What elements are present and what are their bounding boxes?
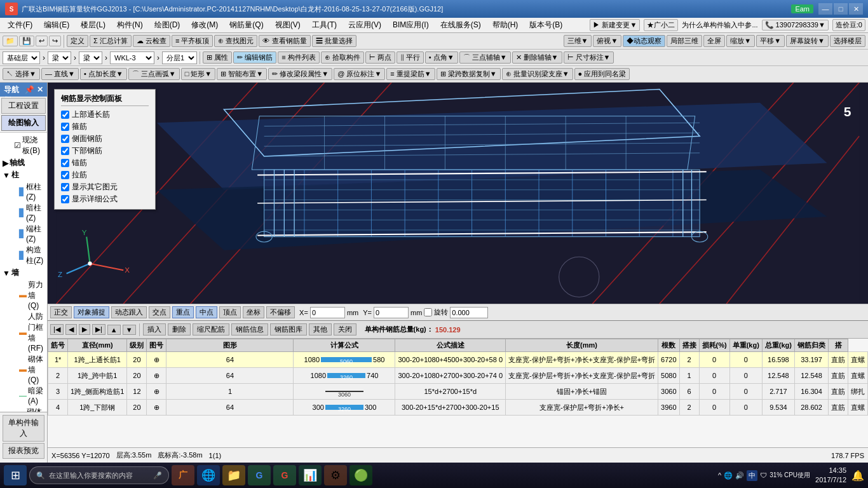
checkbox-show-others[interactable]: 显示其它图元 [61, 181, 149, 193]
sidebar-item-masonry-wall[interactable]: ▬ 砌体墙(Q) [1, 353, 46, 385]
pan-btn[interactable]: 平移▼ [756, 35, 785, 47]
dim-btn[interactable]: ⊢ 尺寸标注▼ [564, 51, 614, 64]
volume-icon[interactable]: 🔊 [735, 471, 744, 480]
report-preview-btn[interactable]: 报表预览 [3, 443, 44, 459]
sidebar-item-dark-beam[interactable]: — 暗梁(A) [1, 385, 46, 406]
taskbar-app-chrome-1[interactable]: G [248, 465, 271, 485]
table-row[interactable]: 4 1跨_下部钢 20 ⊕ 64 300 [48, 400, 868, 416]
re-extract-btn[interactable]: ≡ 重提梁筋▼ [386, 68, 435, 80]
property-btn[interactable]: ⊞ 属性 [203, 51, 232, 64]
canvas-area[interactable]: 5 X Y Z [48, 83, 868, 304]
type-select[interactable]: 梁 [48, 51, 71, 64]
rebar-table-container[interactable]: 筋号 直径(mm) 级别 图号 图形 计算公式 公式描述 长度(mm) 根数 搭… [48, 339, 868, 448]
sidebar-item-frame-col[interactable]: ▊ 框柱(Z) [1, 181, 46, 202]
coord-btn[interactable]: 坐标 [243, 306, 264, 318]
antivirus-icon[interactable]: 🛡 [760, 471, 767, 479]
calc-btn[interactable]: Σ 汇总计算 [90, 35, 132, 47]
parallel-btn[interactable]: ∥ 平行 [397, 51, 424, 64]
sidebar-item-hidden-col[interactable]: ▊ 暗柱(Z) [1, 202, 46, 223]
find-elem-btn[interactable]: ⊕ 查找图元 [214, 35, 257, 47]
object-snap-btn[interactable]: 对象捕捉 [74, 306, 109, 318]
y-input[interactable] [374, 307, 409, 318]
three-point-axis-btn[interactable]: ⌒ 三点辅轴▼ [459, 51, 511, 64]
screen-rotate-btn[interactable]: 屏幕旋转▼ [786, 35, 829, 47]
sidebar-item-masonry-rebar[interactable]: ⊞ 砌体加筋(Y) [1, 406, 46, 412]
select-floor-btn[interactable]: 选择楼层 [830, 35, 865, 47]
other-btn[interactable]: 其他 [309, 323, 332, 336]
menu-file[interactable]: 文件(F) [3, 18, 37, 32]
span-copy-btn[interactable]: ⊞ 梁跨数据复制▼ [437, 68, 501, 80]
inplace-mark-btn[interactable]: @ 原位标注▼ [334, 68, 385, 80]
menu-view[interactable]: 视图(V) [270, 18, 306, 32]
cost-button[interactable]: 造价豆:0 [832, 19, 865, 31]
nav-first-btn[interactable]: |◀ [50, 324, 64, 335]
sidebar-item-cast-board[interactable]: ☑ 现浇板(B) [1, 134, 46, 157]
batch-select-btn[interactable]: ☰ 批量选择 [312, 35, 356, 47]
nav-up-btn[interactable]: ▲ [107, 325, 121, 335]
sidebar-item-end-col[interactable]: ▊ 端柱(Z) [1, 223, 46, 244]
delete-btn[interactable]: 删除 [168, 323, 191, 336]
table-row[interactable]: 3 1跨_侧面构造筋1 12 ⊕ 1 3060 [48, 384, 868, 400]
checkbox-tie-rebar[interactable]: 拉筋 [61, 169, 149, 181]
taskbar-app-glodon[interactable]: 广 [172, 465, 194, 485]
tray-arrow[interactable]: ^ [718, 471, 721, 479]
taskbar-app-glodon2[interactable]: ⚙ [324, 465, 347, 485]
two-point-btn[interactable]: ⊢ 两点 [365, 51, 395, 64]
intersection-btn[interactable]: 交点 [149, 306, 170, 318]
taskbar-app-chrome-2[interactable]: G [273, 465, 296, 485]
checkbox-side-rebar[interactable]: 侧面钢筋 [61, 133, 149, 145]
select-btn[interactable]: ↖ 选择▼ [3, 68, 40, 80]
sidebar-group-axis[interactable]: ▶ 轴线 [1, 157, 46, 169]
menu-element[interactable]: 构件(N) [112, 18, 148, 32]
sidebar-item-civil-def-wall[interactable]: ▬ 人防门框墙(RF) [1, 311, 46, 353]
insert-btn[interactable]: 插入 [143, 323, 166, 336]
rect-btn[interactable]: □ 矩形▼ [181, 68, 216, 80]
endpoint-btn[interactable]: 顶点 [219, 306, 241, 318]
fullscreen-btn[interactable]: 全屏 [703, 35, 725, 47]
sidebar-close[interactable]: ✕ [37, 85, 43, 94]
draw-input-btn[interactable]: 绘图输入 [1, 115, 46, 131]
point-angle-btn[interactable]: • 点角▼ [425, 51, 458, 64]
new-change-button[interactable]: ▶ 新建变更▼ [590, 19, 640, 31]
start-button[interactable]: ⊞ [4, 465, 27, 485]
level-select[interactable]: 分层1 [162, 51, 197, 64]
3d-btn[interactable]: 三维▼ [564, 35, 592, 47]
gxe-button[interactable]: ★广小二 [644, 19, 678, 31]
open-btn[interactable]: 📁 [3, 36, 18, 46]
menu-draw[interactable]: 绘图(D) [149, 18, 186, 32]
sidebar-pin[interactable]: 📌 [25, 85, 34, 94]
nav-prev-btn[interactable]: ◀ [65, 324, 77, 335]
apply-same-btn[interactable]: ● 应用到同名梁 [574, 68, 630, 80]
dynamic-input-btn[interactable]: 动态跟入 [111, 306, 147, 318]
del-axis-btn[interactable]: ✕ 删除辅轴▼ [512, 51, 562, 64]
menu-edit[interactable]: 编辑(E) [39, 18, 74, 32]
view-rebar-btn[interactable]: 👁 查看钢筋量 [259, 35, 310, 47]
taskbar-app-green[interactable]: 🟢 [349, 465, 372, 485]
taskbar-app-excel[interactable]: 📊 [299, 465, 322, 485]
input-method[interactable]: 中 [747, 470, 757, 481]
menu-help[interactable]: 帮助(H) [487, 18, 524, 32]
rebar-info-btn[interactable]: 钢筋信息 [231, 323, 268, 336]
menu-cloud[interactable]: 云应用(V) [343, 18, 386, 32]
menu-tools[interactable]: 工具(T) [307, 18, 342, 32]
rotate-input[interactable] [450, 307, 488, 318]
engineering-settings-btn[interactable]: 工程设置 [1, 98, 46, 114]
topview-btn[interactable]: 俯视▼ [593, 35, 621, 47]
edit-rebar-btn[interactable]: ✏ 编辑钢筋 [233, 51, 276, 64]
rotate-checkbox[interactable] [424, 308, 432, 316]
menu-floor[interactable]: 楼层(L) [76, 18, 111, 32]
arc-btn[interactable]: ⌒ 三点画弧▼ [128, 68, 180, 80]
checkbox-show-formula[interactable]: 显示详细公式 [61, 193, 149, 205]
menu-modify[interactable]: 修改(M) [186, 18, 223, 32]
sidebar-group-wall[interactable]: ▼ 墙 [1, 267, 46, 279]
sidebar-item-shear-wall[interactable]: ▬ 剪力墙(Q) [1, 279, 46, 311]
taskbar-app-ie[interactable]: 🌐 [197, 465, 220, 485]
point-length-btn[interactable]: • 点加长度▼ [80, 68, 127, 80]
x-input[interactable] [310, 307, 345, 318]
taskbar-search[interactable]: 🔍 在这里输入你要搜索的内容 🎤 [29, 466, 169, 484]
local-3d-btn[interactable]: 局部三维 [667, 35, 702, 47]
notification-btn[interactable]: 🔔 [851, 470, 864, 482]
redo-btn[interactable]: ↪ [49, 36, 61, 46]
line-btn[interactable]: — 直线▼ [41, 68, 79, 80]
level-plate-btn[interactable]: ≡ 平齐板顶 [172, 35, 213, 47]
